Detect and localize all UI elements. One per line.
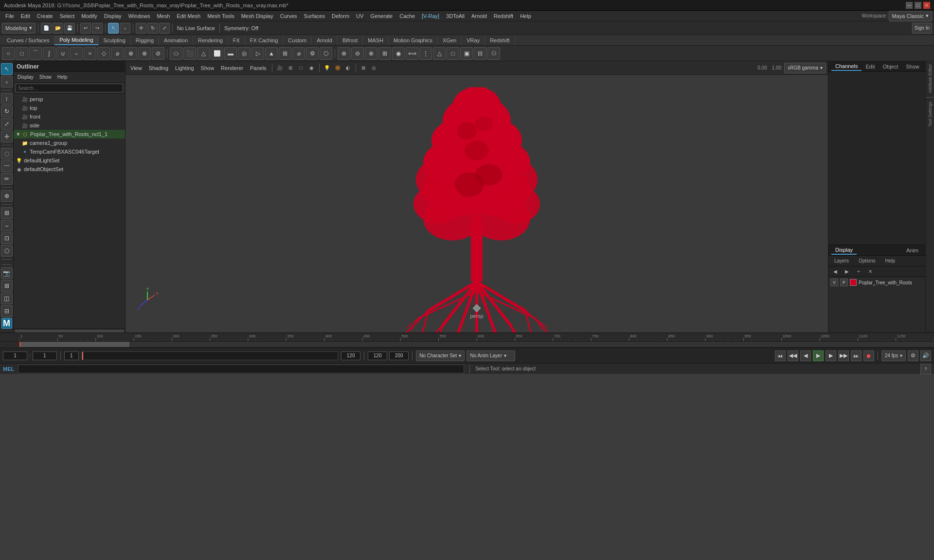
universal-btn[interactable]: ✛ xyxy=(1,131,13,142)
vp-camera-btn[interactable]: 🎥 xyxy=(275,63,285,73)
select-tool[interactable]: ↖ xyxy=(108,23,119,34)
layer-next-btn[interactable]: ▶ xyxy=(842,267,852,277)
shelf-circle[interactable]: ○ xyxy=(2,47,15,60)
mini-timeline[interactable] xyxy=(82,351,338,360)
tab-rigging[interactable]: Rigging xyxy=(131,36,159,45)
shelf-curve1[interactable]: ⌒ xyxy=(29,47,42,60)
show-menu[interactable]: Show xyxy=(198,65,217,71)
tab-fx[interactable]: FX xyxy=(228,36,245,45)
shelf-helix[interactable]: ⌀ xyxy=(292,47,305,60)
tab-motion-graphics[interactable]: Motion Graphics xyxy=(389,36,438,45)
timeline-ruler[interactable]: 1501001502002503003504004505005506006507… xyxy=(0,333,934,342)
save-button[interactable]: 💾 xyxy=(64,23,75,34)
tab-fx-caching[interactable]: FX Caching xyxy=(245,36,283,45)
tab-sculpting[interactable]: Sculpting xyxy=(99,36,131,45)
vp-shadow-btn[interactable]: ◐ xyxy=(343,63,353,73)
shelf-sphere[interactable]: ⬭ xyxy=(170,47,182,60)
outliner-item-lightset[interactable]: 💡 defaultLightSet xyxy=(14,156,125,165)
shelf-separate[interactable]: ⊖ xyxy=(351,47,364,60)
hud-btn[interactable]: ◫ xyxy=(1,293,13,304)
lasso-tool[interactable]: ⬦ xyxy=(120,23,130,34)
current-frame-input2[interactable] xyxy=(33,351,57,360)
range-start-input[interactable] xyxy=(64,351,79,360)
view-menu[interactable]: View xyxy=(127,65,145,71)
rp-layers-menu[interactable]: Layers xyxy=(830,257,853,264)
transform-handle[interactable] xyxy=(472,303,482,314)
help-line-btn[interactable]: ? xyxy=(920,364,931,374)
menu-arnold[interactable]: Arnold xyxy=(468,12,490,20)
shelf-fill[interactable]: ▣ xyxy=(460,47,473,60)
shelf-tool5[interactable]: ⊘ xyxy=(152,47,164,60)
layer-prev-btn[interactable]: ◀ xyxy=(830,267,840,277)
window-controls[interactable]: ─ □ ✕ xyxy=(906,2,930,9)
outliner-item-top[interactable]: 🎥 top xyxy=(14,104,125,112)
new-button[interactable]: 📄 xyxy=(41,23,52,34)
menu-3dtoall[interactable]: 3DToAll xyxy=(443,12,468,20)
layer-row-poplar[interactable]: V P Poplar_Tree_with_Roots xyxy=(828,277,925,288)
layer-del-btn[interactable]: ✕ xyxy=(865,267,875,277)
current-frame-input[interactable] xyxy=(3,351,27,360)
scale-mode-btn[interactable]: ⤢ xyxy=(1,118,13,130)
vp-smooth-btn[interactable]: ◉ xyxy=(307,63,317,73)
menu-windows[interactable]: Windows xyxy=(125,12,154,20)
shelf-gear[interactable]: ⚙ xyxy=(306,47,319,60)
menu-modify[interactable]: Modify xyxy=(78,12,100,20)
range-end-input[interactable] xyxy=(341,351,360,360)
menu-vray[interactable]: [V-Ray] xyxy=(418,12,443,20)
sign-in-button[interactable]: Sign In xyxy=(912,23,932,34)
paint-skin-btn[interactable]: ✏ xyxy=(1,173,13,185)
menu-select[interactable]: Select xyxy=(56,12,78,20)
shelf-cube[interactable]: ⬛ xyxy=(183,47,196,60)
outliner-display-menu[interactable]: Display xyxy=(16,74,36,80)
menu-edit-mesh[interactable]: Edit Mesh xyxy=(173,12,204,20)
menu-edit[interactable]: Edit xyxy=(18,12,34,20)
shelf-extract[interactable]: ⊗ xyxy=(365,47,377,60)
shelf-boolean[interactable]: ⊞ xyxy=(378,47,391,60)
shelf-platonic[interactable]: ⬡ xyxy=(320,47,332,60)
snap-grid-btn[interactable]: ⊞ xyxy=(1,207,13,219)
layer-vis-p[interactable]: P xyxy=(840,279,848,286)
shelf-curve5[interactable]: ≈ xyxy=(84,47,96,60)
menu-curves[interactable]: Curves xyxy=(277,12,301,20)
shelf-cleanup[interactable]: ⚇ xyxy=(487,47,500,60)
timeline-bar[interactable] xyxy=(19,342,934,348)
outliner-item-poplar[interactable]: ▼ ⬡ Poplar_Tree_with_Roots_ncl1_1 xyxy=(14,130,125,139)
workspace-dropdown[interactable]: Maya Classic ▾ xyxy=(889,11,932,21)
tab-custom[interactable]: Custom xyxy=(283,36,312,45)
shelf-triangulate[interactable]: △ xyxy=(433,47,446,60)
tab-vray[interactable]: VRay xyxy=(462,36,485,45)
renderer-menu[interactable]: Renderer xyxy=(218,65,246,71)
character-set-dropdown[interactable]: No Character Set ▾ xyxy=(416,350,465,361)
snap-curve-btn[interactable]: ⌣ xyxy=(1,220,13,231)
tab-arnold[interactable]: Arnold xyxy=(312,36,338,45)
audio-btn[interactable]: 🔊 xyxy=(920,350,931,361)
show-manip-btn[interactable]: ⊕ xyxy=(1,190,13,202)
step-forward-btn[interactable]: ▶▶ xyxy=(838,350,849,361)
camera-btn[interactable]: 📷 xyxy=(1,267,13,279)
outliner-item-side[interactable]: 🎥 side xyxy=(14,121,125,130)
menu-uv[interactable]: UV xyxy=(353,12,367,20)
gamma-dropdown[interactable]: sRGB gamma ▾ xyxy=(784,63,826,73)
next-frame-btn[interactable]: ▶ xyxy=(826,350,836,361)
shelf-plane[interactable]: ▬ xyxy=(224,47,237,60)
shelf-prism[interactable]: ▷ xyxy=(251,47,264,60)
grid-btn[interactable]: ⊞ xyxy=(1,280,13,292)
shelf-curve2[interactable]: ∫ xyxy=(43,47,55,60)
max-range-end-input[interactable] xyxy=(389,351,409,360)
menu-create[interactable]: Create xyxy=(34,12,56,20)
tab-xgen[interactable]: XGen xyxy=(438,36,462,45)
scale-tool[interactable]: ⤢ xyxy=(159,23,170,34)
vp-xray-btn[interactable]: ⊠ xyxy=(359,63,368,73)
shelf-box[interactable]: □ xyxy=(16,47,28,60)
shelf-cylinder[interactable]: ⬜ xyxy=(211,47,223,60)
shelf-torus[interactable]: ◎ xyxy=(238,47,251,60)
rotate-tool[interactable]: ↻ xyxy=(147,23,158,34)
shelf-pipe[interactable]: ⊞ xyxy=(279,47,291,60)
shelf-quadrangulate[interactable]: □ xyxy=(447,47,459,60)
vp-light2-btn[interactable]: 🔆 xyxy=(333,63,342,73)
open-button[interactable]: 📂 xyxy=(53,23,63,34)
panels-menu[interactable]: Panels xyxy=(247,65,269,71)
tab-curves-surfaces[interactable]: Curves / Surfaces xyxy=(2,36,54,45)
anim-layer-dropdown[interactable]: No Anim Layer ▾ xyxy=(467,350,515,361)
go-start-btn[interactable]: ⏮ xyxy=(775,350,786,361)
